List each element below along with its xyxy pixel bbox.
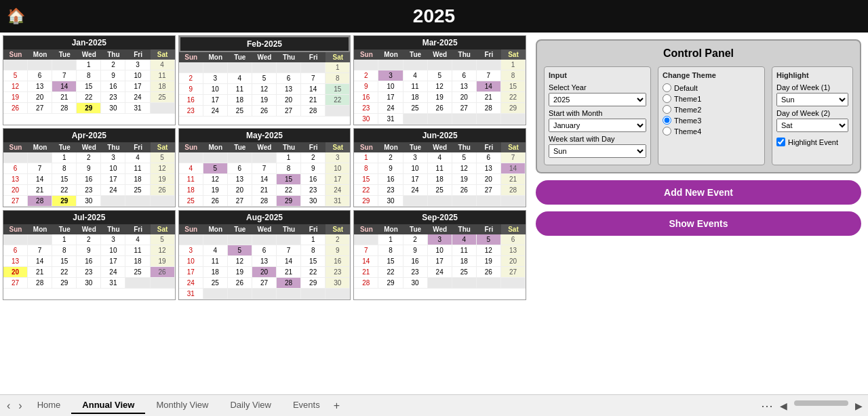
day-cell-6[interactable]: 6	[252, 245, 277, 256]
day-cell-21[interactable]: 21	[28, 185, 52, 196]
day-cell-9[interactable]: 9	[101, 70, 125, 81]
day-cell-28[interactable]: 28	[501, 185, 526, 196]
day-cell-26[interactable]: 26	[151, 267, 175, 278]
day-cell-20[interactable]: 20	[501, 256, 526, 267]
day-cell-15[interactable]: 15	[354, 174, 378, 185]
day-cell-8[interactable]: 8	[501, 70, 526, 81]
day-cell-6[interactable]: 6	[3, 163, 28, 174]
day-cell-26[interactable]: 26	[3, 103, 28, 114]
day-cell-30[interactable]: 30	[301, 196, 326, 207]
day-cell-30[interactable]: 30	[378, 196, 403, 207]
day-cell-29[interactable]: 29	[77, 103, 101, 114]
day-cell-1[interactable]: 1	[378, 234, 403, 245]
day-cell-1[interactable]: 1	[52, 234, 77, 245]
day-cell-20[interactable]: 20	[228, 185, 252, 196]
day-cell-5[interactable]: 5	[252, 73, 277, 84]
day-cell-10[interactable]: 10	[125, 70, 150, 81]
tab-annual-view[interactable]: Annual View	[71, 397, 145, 414]
day-cell-8[interactable]: 8	[301, 245, 326, 256]
day-cell-3[interactable]: 3	[101, 234, 125, 245]
day-cell-3[interactable]: 3	[101, 152, 125, 163]
day-cell-31[interactable]: 31	[326, 196, 350, 207]
day-cell-22[interactable]: 22	[52, 267, 77, 278]
day-cell-7[interactable]: 7	[354, 245, 378, 256]
day-cell-18[interactable]: 18	[151, 81, 175, 92]
add-event-button[interactable]: Add New Event	[536, 180, 861, 205]
day-cell-5[interactable]: 5	[228, 245, 252, 256]
day-cell-12[interactable]: 12	[3, 81, 28, 92]
day-cell-31[interactable]: 31	[125, 103, 150, 114]
day-cell-13[interactable]: 13	[452, 81, 477, 92]
day-cell-6[interactable]: 6	[501, 234, 526, 245]
day-cell-28[interactable]: 28	[28, 278, 52, 289]
day-cell-6[interactable]: 6	[3, 245, 28, 256]
day-cell-28[interactable]: 28	[277, 278, 301, 289]
day-cell-17[interactable]: 17	[125, 81, 150, 92]
day-cell-6[interactable]: 6	[452, 70, 477, 81]
day-cell-29[interactable]: 29	[501, 103, 526, 114]
day-cell-28[interactable]: 28	[354, 278, 378, 289]
day-cell-28[interactable]: 28	[28, 196, 52, 207]
day-cell-3[interactable]: 3	[203, 73, 228, 84]
day-cell-20[interactable]: 20	[277, 95, 301, 106]
day-cell-23[interactable]: 23	[77, 267, 101, 278]
tab-scroll-left[interactable]: ◀	[777, 400, 790, 411]
day-cell-27[interactable]: 27	[28, 103, 52, 114]
day-cell-12[interactable]: 12	[252, 84, 277, 95]
day-cell-13[interactable]: 13	[277, 84, 301, 95]
day-cell-8[interactable]: 8	[354, 163, 378, 174]
day-cell-20[interactable]: 20	[28, 92, 52, 103]
day-cell-9[interactable]: 9	[354, 81, 378, 92]
day-cell-19[interactable]: 19	[477, 256, 501, 267]
day-cell-2[interactable]: 2	[179, 73, 203, 84]
day-cell-11[interactable]: 11	[125, 245, 150, 256]
day-cell-11[interactable]: 11	[228, 84, 252, 95]
day-cell-31[interactable]: 31	[101, 278, 125, 289]
day-cell-17[interactable]: 17	[101, 174, 125, 185]
day-cell-26[interactable]: 26	[477, 267, 501, 278]
day-cell-22[interactable]: 22	[301, 267, 326, 278]
day-cell-14[interactable]: 14	[301, 84, 326, 95]
day-cell-11[interactable]: 11	[125, 163, 150, 174]
day-cell-23[interactable]: 23	[101, 92, 125, 103]
day-cell-5[interactable]: 5	[3, 70, 28, 81]
day-cell-27[interactable]: 27	[252, 278, 277, 289]
day-cell-21[interactable]: 21	[354, 267, 378, 278]
day-cell-22[interactable]: 22	[326, 95, 350, 106]
day-cell-22[interactable]: 22	[52, 185, 77, 196]
day-cell-31[interactable]: 31	[179, 289, 203, 299]
day-cell-7[interactable]: 7	[252, 163, 277, 174]
day-cell-15[interactable]: 15	[52, 174, 77, 185]
day-cell-13[interactable]: 13	[477, 163, 501, 174]
day-cell-24[interactable]: 24	[179, 278, 203, 289]
day-cell-21[interactable]: 21	[301, 95, 326, 106]
day-cell-27[interactable]: 27	[3, 278, 28, 289]
day-cell-15[interactable]: 15	[301, 256, 326, 267]
day-cell-9[interactable]: 9	[301, 163, 326, 174]
day-cell-30[interactable]: 30	[354, 114, 378, 125]
day-cell-10[interactable]: 10	[203, 84, 228, 95]
day-cell-6[interactable]: 6	[477, 152, 501, 163]
day-cell-15[interactable]: 15	[77, 81, 101, 92]
day-cell-12[interactable]: 12	[151, 245, 175, 256]
day-cell-17[interactable]: 17	[101, 256, 125, 267]
day-cell-8[interactable]: 8	[52, 245, 77, 256]
day-cell-25[interactable]: 25	[179, 196, 203, 207]
day-cell-17[interactable]: 17	[179, 267, 203, 278]
day-cell-27[interactable]: 27	[477, 185, 501, 196]
day-cell-15[interactable]: 15	[277, 174, 301, 185]
day-cell-4[interactable]: 4	[151, 60, 175, 70]
day-cell-16[interactable]: 16	[179, 95, 203, 106]
day-cell-23[interactable]: 23	[403, 267, 428, 278]
day-cell-10[interactable]: 10	[179, 256, 203, 267]
day-cell-17[interactable]: 17	[428, 256, 452, 267]
day-cell-3[interactable]: 3	[428, 234, 452, 245]
day-cell-10[interactable]: 10	[101, 245, 125, 256]
day-cell-17[interactable]: 17	[378, 92, 403, 103]
highlight-event-checkbox[interactable]	[776, 138, 785, 146]
day-cell-13[interactable]: 13	[228, 174, 252, 185]
day-cell-30[interactable]: 30	[77, 196, 101, 207]
day-cell-10[interactable]: 10	[378, 81, 403, 92]
day-cell-22[interactable]: 22	[354, 185, 378, 196]
day-cell-9[interactable]: 9	[77, 245, 101, 256]
